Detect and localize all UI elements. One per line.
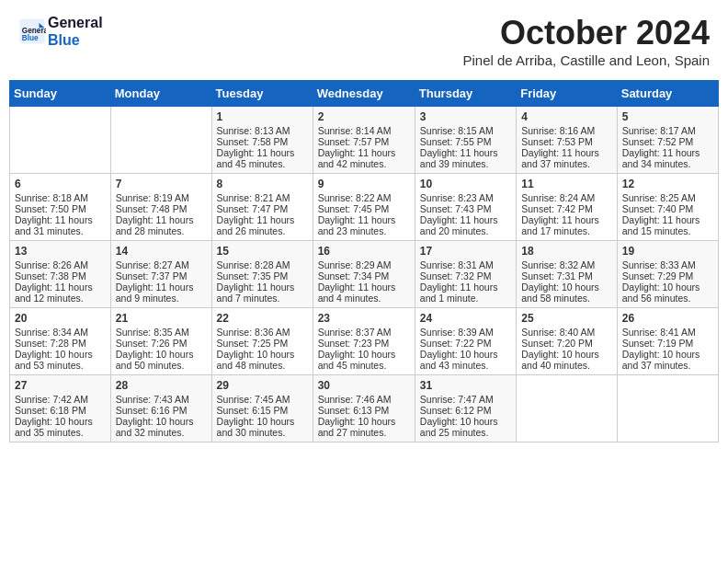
day-number: 22 [217, 312, 308, 325]
day-number: 27 [15, 379, 106, 392]
day-info: Daylight: 11 hours and 26 minutes. [217, 214, 308, 236]
calendar-cell: 8Sunrise: 8:21 AMSunset: 7:47 PMDaylight… [211, 174, 313, 241]
day-info: Sunset: 7:52 PM [622, 136, 713, 147]
day-number: 4 [521, 110, 612, 123]
calendar-cell [617, 375, 718, 442]
day-info: Sunrise: 8:37 AM [318, 327, 410, 338]
day-info: Sunrise: 8:26 AM [15, 259, 106, 270]
day-info: Sunset: 6:13 PM [318, 405, 410, 416]
day-info: Sunrise: 8:13 AM [217, 125, 308, 136]
day-info: Sunset: 7:19 PM [622, 338, 713, 349]
day-header-thursday: Thursday [415, 81, 516, 107]
day-info: Daylight: 11 hours and 4 minutes. [318, 282, 410, 304]
day-info: Sunrise: 8:25 AM [622, 192, 713, 203]
day-header-saturday: Saturday [617, 81, 718, 107]
day-number: 2 [318, 110, 410, 123]
day-info: Sunrise: 8:24 AM [521, 192, 612, 203]
calendar-cell: 7Sunrise: 8:19 AMSunset: 7:48 PMDaylight… [110, 174, 211, 241]
day-info: Sunrise: 8:29 AM [318, 259, 410, 270]
month-title: October 2024 [462, 14, 710, 52]
day-info: Sunset: 7:22 PM [420, 338, 511, 349]
day-info: Daylight: 10 hours and 53 minutes. [15, 349, 106, 371]
day-info: Sunrise: 8:28 AM [217, 259, 308, 270]
day-number: 7 [116, 178, 207, 190]
day-info: Sunset: 7:47 PM [217, 203, 308, 214]
day-number: 13 [15, 245, 106, 258]
day-info: Sunrise: 8:41 AM [622, 327, 713, 338]
calendar-cell: 5Sunrise: 8:17 AMSunset: 7:52 PMDaylight… [617, 107, 718, 174]
calendar-cell: 15Sunrise: 8:28 AMSunset: 7:35 PMDayligh… [211, 241, 313, 308]
day-info: Sunset: 7:38 PM [15, 270, 106, 282]
calendar-table: SundayMondayTuesdayWednesdayThursdayFrid… [9, 80, 719, 442]
day-info: Daylight: 11 hours and 31 minutes. [15, 214, 106, 236]
day-info: Sunset: 7:23 PM [318, 338, 410, 349]
day-number: 5 [622, 110, 713, 123]
day-number: 28 [116, 379, 207, 392]
day-info: Daylight: 11 hours and 1 minute. [420, 282, 511, 304]
day-number: 19 [622, 245, 713, 258]
day-info: Daylight: 11 hours and 15 minutes. [622, 214, 713, 236]
logo-line1: General [48, 14, 103, 31]
day-number: 24 [420, 312, 511, 325]
day-info: Sunset: 6:16 PM [116, 405, 207, 416]
day-info: Sunrise: 8:34 AM [15, 327, 106, 338]
day-info: Sunrise: 8:19 AM [116, 192, 207, 203]
logo: General Blue General Blue [18, 14, 103, 49]
day-info: Daylight: 11 hours and 37 minutes. [521, 147, 612, 169]
day-info: Sunset: 7:20 PM [521, 338, 612, 349]
day-header-friday: Friday [517, 81, 618, 107]
logo-line2: Blue [48, 31, 103, 49]
day-info: Daylight: 10 hours and 43 minutes. [420, 349, 511, 371]
day-info: Daylight: 10 hours and 58 minutes. [521, 282, 612, 304]
day-info: Daylight: 11 hours and 42 minutes. [318, 147, 410, 169]
day-info: Sunset: 7:57 PM [318, 136, 410, 147]
day-number: 29 [217, 379, 308, 392]
day-info: Daylight: 10 hours and 48 minutes. [217, 349, 308, 371]
calendar-cell: 11Sunrise: 8:24 AMSunset: 7:42 PMDayligh… [517, 174, 618, 241]
day-info: Sunset: 7:45 PM [318, 203, 410, 214]
day-info: Sunset: 7:32 PM [420, 270, 511, 282]
day-number: 20 [15, 312, 106, 325]
calendar-cell: 30Sunrise: 7:46 AMSunset: 6:13 PMDayligh… [313, 375, 415, 442]
calendar-cell: 29Sunrise: 7:45 AMSunset: 6:15 PMDayligh… [211, 375, 313, 442]
calendar-cell: 21Sunrise: 8:35 AMSunset: 7:26 PMDayligh… [110, 308, 211, 375]
day-info: Sunrise: 8:14 AM [318, 125, 410, 136]
calendar-cell: 25Sunrise: 8:40 AMSunset: 7:20 PMDayligh… [517, 308, 618, 375]
calendar-cell: 26Sunrise: 8:41 AMSunset: 7:19 PMDayligh… [617, 308, 718, 375]
day-info: Daylight: 11 hours and 39 minutes. [420, 147, 511, 169]
day-info: Sunrise: 8:35 AM [116, 327, 207, 338]
calendar-cell: 6Sunrise: 8:18 AMSunset: 7:50 PMDaylight… [10, 174, 111, 241]
day-info: Daylight: 10 hours and 50 minutes. [116, 349, 207, 371]
calendar-cell: 13Sunrise: 8:26 AMSunset: 7:38 PMDayligh… [10, 241, 111, 308]
calendar-cell: 19Sunrise: 8:33 AMSunset: 7:29 PMDayligh… [617, 241, 718, 308]
calendar-cell: 10Sunrise: 8:23 AMSunset: 7:43 PMDayligh… [415, 174, 516, 241]
day-info: Sunrise: 8:21 AM [217, 192, 308, 203]
day-info: Sunrise: 7:47 AM [420, 394, 511, 405]
day-info: Sunrise: 7:42 AM [15, 394, 106, 405]
calendar-cell [10, 107, 111, 174]
day-number: 3 [420, 110, 511, 123]
day-info: Sunrise: 7:43 AM [116, 394, 207, 405]
day-info: Sunset: 7:26 PM [116, 338, 207, 349]
day-number: 10 [420, 178, 511, 190]
day-info: Sunset: 6:12 PM [420, 405, 511, 416]
day-info: Sunset: 7:55 PM [420, 136, 511, 147]
day-info: Sunrise: 8:22 AM [318, 192, 410, 203]
day-info: Sunrise: 8:15 AM [420, 125, 511, 136]
day-info: Sunrise: 8:39 AM [420, 327, 511, 338]
day-info: Sunset: 7:25 PM [217, 338, 308, 349]
day-info: Sunset: 7:50 PM [15, 203, 106, 214]
calendar-cell: 16Sunrise: 8:29 AMSunset: 7:34 PMDayligh… [313, 241, 415, 308]
day-info: Daylight: 10 hours and 40 minutes. [521, 349, 612, 371]
day-info: Daylight: 11 hours and 28 minutes. [116, 214, 207, 236]
day-info: Sunrise: 8:31 AM [420, 259, 511, 270]
day-info: Sunset: 7:43 PM [420, 203, 511, 214]
calendar-cell [517, 375, 618, 442]
day-header-wednesday: Wednesday [313, 81, 415, 107]
day-info: Daylight: 10 hours and 30 minutes. [217, 416, 308, 438]
day-number: 21 [116, 312, 207, 325]
day-info: Sunset: 7:58 PM [217, 136, 308, 147]
day-info: Sunset: 7:48 PM [116, 203, 207, 214]
day-info: Sunset: 7:31 PM [521, 270, 612, 282]
day-number: 6 [15, 178, 106, 190]
